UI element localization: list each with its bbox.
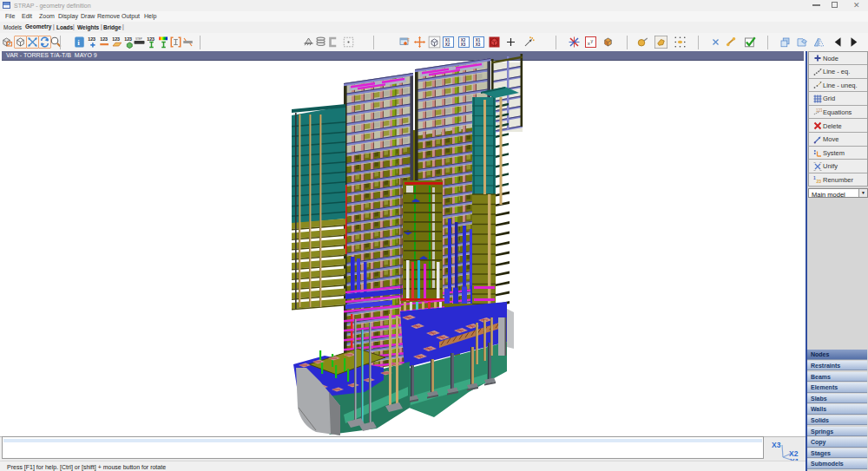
svg-text:123: 123 <box>816 108 822 113</box>
svg-text:X3: X3 <box>772 441 781 449</box>
svg-text:23: 23 <box>817 179 822 184</box>
